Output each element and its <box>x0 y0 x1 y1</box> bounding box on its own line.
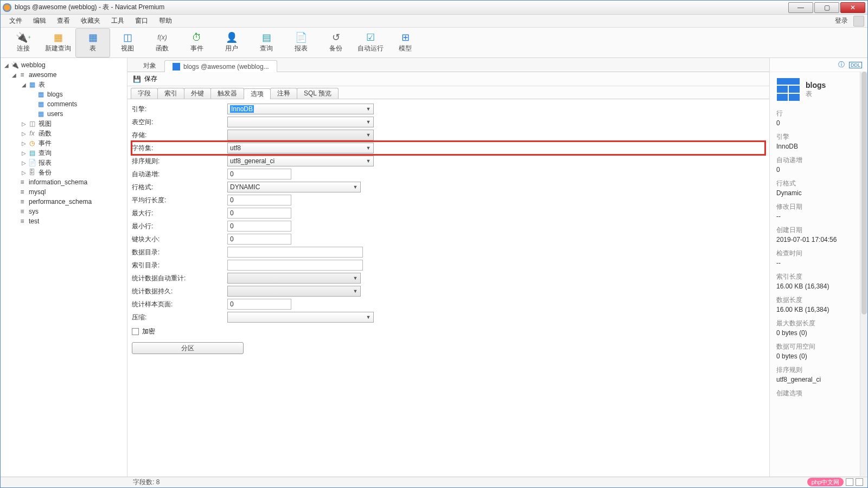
info-item: 引擎InnoDB <box>776 132 861 150</box>
tree-events[interactable]: ▷◷事件 <box>1 138 127 148</box>
tool-connect[interactable]: 🔌+连接 <box>6 28 41 57</box>
input-statspages[interactable]: 0 <box>227 299 291 310</box>
save-button[interactable]: 保存 <box>144 74 157 84</box>
subtab-fk[interactable]: 外键 <box>184 88 211 99</box>
tree-sys-test[interactable]: ≡test <box>1 216 127 226</box>
combo-compression[interactable]: ▼ <box>227 312 374 323</box>
label-datadir: 数据目录: <box>132 248 227 257</box>
tree-sys-info[interactable]: ≡information_schema <box>1 177 127 187</box>
tool-view[interactable]: ◫视图 <box>110 28 145 57</box>
label-storage: 存储: <box>132 131 227 140</box>
savebar: 💾 保存 <box>127 72 769 86</box>
combo-statsrecalc[interactable]: ▼ <box>227 273 361 284</box>
tool-report[interactable]: 📄报表 <box>284 28 318 57</box>
tree-queries[interactable]: ▷▤查询 <box>1 148 127 158</box>
info-item-label: 数据可用空间 <box>776 342 861 351</box>
info-item-value: 0 <box>776 166 861 174</box>
subtab-triggers[interactable]: 触发器 <box>210 88 244 99</box>
chevron-down-icon: ▼ <box>352 183 359 191</box>
tool-newquery[interactable]: ▦新建查询 <box>41 28 75 57</box>
combo-charset[interactable]: utf8▼ <box>227 143 374 153</box>
info-item: 行0 <box>776 109 861 127</box>
tool-model[interactable]: ⊞模型 <box>388 28 423 57</box>
tree-connection[interactable]: ◢🔌webblog <box>1 60 127 70</box>
label-maxrows: 最大行: <box>132 209 227 218</box>
combo-engine[interactable]: InnoDB▼ <box>227 104 374 114</box>
close-button[interactable]: ✕ <box>840 2 865 13</box>
info-item-label: 修改日期 <box>776 202 861 211</box>
chevron-down-icon: ▼ <box>352 287 359 295</box>
menu-tools[interactable]: 工具 <box>106 15 130 27</box>
input-indexdir[interactable] <box>227 260 363 271</box>
maximize-button[interactable]: ▢ <box>814 2 839 13</box>
tree-table-blogs[interactable]: ▦blogs <box>1 89 127 99</box>
info-item: 排序规则utf8_general_ci <box>776 365 861 383</box>
tool-schedule[interactable]: ☑自动运行 <box>353 28 388 57</box>
tool-table[interactable]: ▦表 <box>75 28 110 57</box>
tool-event[interactable]: ⏱事件 <box>180 28 214 57</box>
tree-schema[interactable]: ◢≡awesome <box>1 70 127 80</box>
tool-function[interactable]: f(x)函数 <box>145 28 180 57</box>
menu-window[interactable]: 窗口 <box>130 15 154 27</box>
combo-collation[interactable]: utf8_general_ci▼ <box>227 156 374 166</box>
partition-button[interactable]: 分区 <box>132 342 244 354</box>
tree-functions[interactable]: ▷fx函数 <box>1 129 127 138</box>
tool-query[interactable]: ▤查询 <box>249 28 284 57</box>
checkbox-encrypt[interactable] <box>132 328 139 335</box>
subtab-comment[interactable]: 注释 <box>270 88 297 99</box>
table-icon <box>173 63 180 70</box>
menu-file[interactable]: 文件 <box>4 15 28 27</box>
tab-current-table[interactable]: blogs @awesome (webblog... <box>164 60 277 72</box>
tree-sys-sys[interactable]: ≡sys <box>1 207 127 216</box>
subtab-indexes[interactable]: 索引 <box>157 88 184 99</box>
label-statspersist: 统计数据持久: <box>132 287 227 296</box>
subtab-fields[interactable]: 字段 <box>131 88 158 99</box>
menu-help[interactable]: 帮助 <box>154 15 177 27</box>
watermark-badge: php中文网 <box>807 478 844 486</box>
tab-objects[interactable]: 对象 <box>135 60 164 72</box>
input-avgrow[interactable]: 0 <box>227 195 291 206</box>
tree-sys-mysql[interactable]: ≡mysql <box>1 187 127 197</box>
tool-user[interactable]: 👤用户 <box>214 28 249 57</box>
corner-icon <box>856 478 863 486</box>
info-scrollbar[interactable] <box>860 72 867 476</box>
combo-rowformat[interactable]: DYNAMIC▼ <box>227 182 361 192</box>
input-keyblock[interactable]: 0 <box>227 234 291 245</box>
combo-storage[interactable]: ▼ <box>227 130 374 140</box>
connection-tree: ◢🔌webblog ◢≡awesome ◢▦表 ▦blogs ▦comments… <box>1 58 127 477</box>
tool-backup[interactable]: ↺备份 <box>318 28 353 57</box>
tree-reports[interactable]: ▷📄报表 <box>1 158 127 168</box>
toolbar: 🔌+连接 ▦新建查询 ▦表 ◫视图 f(x)函数 ⏱事件 👤用户 ▤查询 📄报表… <box>1 28 867 58</box>
tree-tables-folder[interactable]: ◢▦表 <box>1 80 127 89</box>
tree-table-users[interactable]: ▦users <box>1 109 127 119</box>
info-item-value: utf8_general_ci <box>776 376 861 383</box>
login-link[interactable]: 登录 <box>832 15 851 27</box>
combo-statspersist[interactable]: ▼ <box>227 286 361 297</box>
ddl-icon[interactable]: DDL <box>849 62 862 68</box>
label-collation: 排序规则: <box>132 157 227 166</box>
menu-edit[interactable]: 编辑 <box>28 15 52 27</box>
combo-tablespace[interactable]: ▼ <box>227 117 374 127</box>
input-datadir[interactable] <box>227 247 363 258</box>
menu-fav[interactable]: 收藏夹 <box>75 15 106 27</box>
info-item: 创建选项 <box>776 389 861 398</box>
label-statsrecalc: 统计数据自动重计: <box>132 274 227 283</box>
subtab-options[interactable]: 选项 <box>244 88 271 99</box>
minimize-button[interactable]: — <box>788 2 813 13</box>
input-minrows[interactable]: 0 <box>227 221 291 232</box>
info-item-value: 0 <box>776 119 861 127</box>
tree-backups[interactable]: ▷🗄备份 <box>1 168 127 177</box>
chevron-down-icon: ▼ <box>365 144 372 152</box>
info-item-label: 检查时间 <box>776 249 861 258</box>
tree-table-comments[interactable]: ▦comments <box>1 99 127 109</box>
chevron-down-icon: ▼ <box>365 313 372 321</box>
menu-view[interactable]: 查看 <box>52 15 75 27</box>
tree-views[interactable]: ▷◫视图 <box>1 119 127 129</box>
input-maxrows[interactable]: 0 <box>227 208 291 219</box>
input-autoinc[interactable]: 0 <box>227 169 291 179</box>
info-item-label: 引擎 <box>776 132 861 142</box>
tree-sys-perf[interactable]: ≡performance_schema <box>1 197 127 207</box>
info-icon[interactable]: ⓘ <box>838 60 845 69</box>
subtab-sqlpreview[interactable]: SQL 预览 <box>297 88 339 99</box>
avatar-icon[interactable] <box>853 16 864 27</box>
